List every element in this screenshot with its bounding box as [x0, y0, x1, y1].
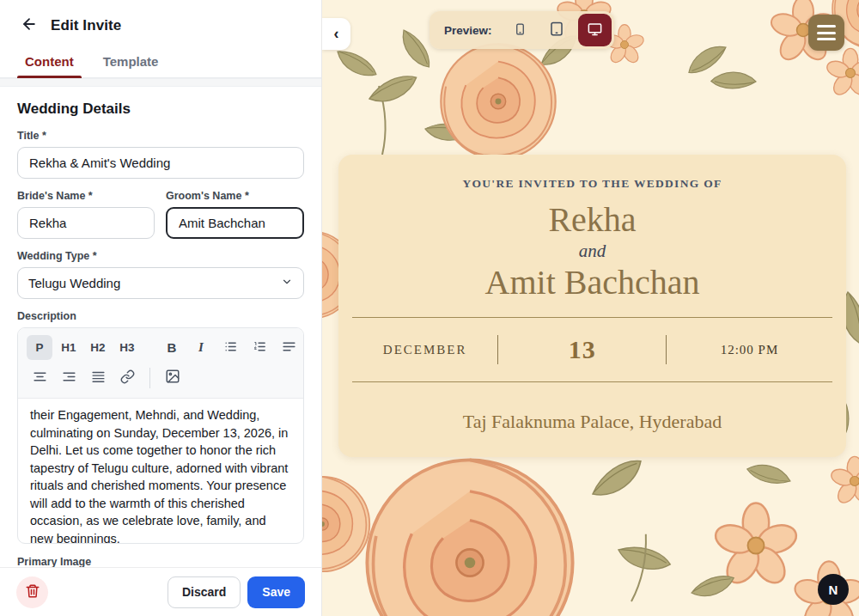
panel-header: Edit Invite — [0, 0, 321, 46]
description-label: Description — [17, 310, 304, 322]
section-title: Wedding Details — [17, 101, 304, 118]
rich-text-editor: P H1 H2 H3 B I — [17, 327, 304, 544]
link-icon — [120, 369, 135, 387]
wedding-type-label: Wedding Type * — [17, 250, 304, 262]
tab-bar: Content Template — [0, 46, 321, 78]
section-divider — [0, 78, 321, 87]
wedding-time: 12:00 PM — [667, 343, 832, 357]
numbered-list-button[interactable] — [247, 335, 272, 360]
bride-name-label: Bride's Name * — [17, 190, 155, 202]
h1-button[interactable]: H1 — [56, 335, 82, 360]
wedding-type-select[interactable]: Telugu Wedding — [17, 267, 304, 299]
chevron-left-icon: ‹ — [334, 25, 339, 43]
invite-preview-panel: ‹ Preview: YOU'RE INVITED TO THE WEDDING… — [322, 0, 859, 616]
chevron-down-icon — [281, 276, 293, 290]
groom-name-display: Amit Bachchan — [352, 263, 832, 302]
title-input[interactable] — [17, 147, 304, 179]
groom-name-label: Groom's Name * — [166, 190, 304, 202]
wedding-day: 13 — [498, 335, 666, 364]
align-justify-icon — [91, 369, 106, 387]
tab-content[interactable]: Content — [23, 49, 76, 77]
primary-image-label: Primary Image — [17, 556, 304, 568]
invitation-card: YOU'RE INVITED TO THE WEDDING OF Rekha a… — [338, 155, 846, 457]
preview-mobile-button[interactable] — [506, 14, 535, 46]
edit-invite-panel: Edit Invite Content Template Wedding Det… — [0, 0, 322, 616]
h3-button[interactable]: H3 — [114, 335, 140, 360]
smartphone-icon — [514, 21, 527, 40]
bullet-list-icon — [223, 339, 238, 357]
preview-label: Preview: — [444, 24, 492, 37]
save-button[interactable]: Save — [247, 576, 305, 608]
menu-button[interactable] — [808, 15, 844, 51]
bride-name-display: Rekha — [352, 200, 832, 240]
numbered-list-icon — [253, 339, 267, 357]
align-right-button[interactable] — [56, 365, 82, 390]
description-editor[interactable]: their Engagement, Mehndi, and Wedding, c… — [18, 399, 303, 543]
wedding-month: DECEMBER — [352, 343, 497, 357]
page-title: Edit Invite — [51, 17, 121, 34]
editor-toolbar: P H1 H2 H3 B I — [18, 328, 303, 399]
monitor-icon — [587, 21, 603, 40]
align-left-button[interactable] — [276, 335, 302, 360]
hamburger-icon — [817, 25, 836, 27]
title-label: Title * — [17, 130, 304, 142]
venue-text: Taj Falaknuma Palace, Hyderabad — [352, 411, 832, 433]
align-left-icon — [282, 339, 296, 357]
invitation-eyebrow: YOU'RE INVITED TO THE WEDDING OF — [352, 177, 832, 191]
bold-button[interactable]: B — [159, 335, 185, 360]
link-button[interactable] — [114, 365, 140, 390]
preview-device-toolbar: Preview: — [430, 11, 614, 49]
h2-button[interactable]: H2 — [85, 335, 111, 360]
align-center-icon — [33, 369, 47, 387]
date-time-row: DECEMBER 13 12:00 PM — [352, 318, 832, 381]
arrow-left-icon — [21, 15, 38, 35]
delete-invite-button[interactable] — [16, 576, 48, 608]
wedding-details-form: Wedding Details Title * Bride's Name * G… — [0, 87, 321, 616]
preview-desktop-button[interactable] — [578, 14, 612, 46]
italic-button[interactable]: I — [188, 335, 214, 360]
align-justify-button[interactable] — [85, 365, 111, 390]
card-divider-bottom — [352, 381, 832, 382]
image-icon — [165, 369, 180, 387]
back-button[interactable] — [19, 14, 40, 37]
tablet-icon — [549, 21, 564, 40]
align-right-icon — [62, 369, 76, 387]
paragraph-button[interactable]: P — [27, 335, 52, 360]
groom-name-input[interactable] — [166, 207, 304, 239]
wedding-type-value: Telugu Wedding — [28, 276, 120, 290]
trash-icon — [25, 583, 40, 601]
watermark-badge[interactable]: N — [818, 574, 849, 605]
image-button[interactable] — [160, 365, 186, 390]
bride-name-input[interactable] — [17, 207, 155, 239]
bullet-list-button[interactable] — [217, 335, 243, 360]
discard-button[interactable]: Discard — [168, 576, 241, 608]
tab-template[interactable]: Template — [101, 49, 161, 77]
editor-footer: Discard Save — [0, 567, 321, 616]
align-center-button[interactable] — [27, 365, 52, 390]
preview-tablet-button[interactable] — [542, 14, 571, 46]
conjunction-text: and — [352, 241, 832, 262]
toolbar-divider — [149, 368, 150, 388]
collapse-panel-button[interactable]: ‹ — [322, 18, 350, 50]
